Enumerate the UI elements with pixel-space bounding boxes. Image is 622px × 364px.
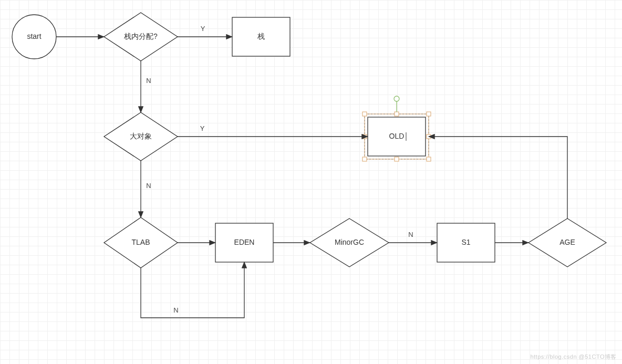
node-eden-label: EDEN [234,238,255,246]
node-age[interactable]: AGE [528,219,606,267]
svg-rect-7 [362,112,367,116]
node-start-label: start [27,32,41,40]
svg-point-16 [394,96,399,101]
svg-rect-9 [362,157,367,161]
svg-rect-10 [427,157,431,161]
node-start[interactable]: start [12,15,56,59]
node-s1-label: S1 [461,238,470,246]
node-stack-alloc[interactable]: 栈内分配? [104,13,178,61]
node-minor-gc-label: MinorGC [335,238,364,246]
edge-tlab-n-label: N [173,306,178,314]
edge-tlab-n[interactable] [141,262,244,318]
node-stack-alloc-label: 栈内分配? [123,32,158,40]
node-eden[interactable]: EDEN [215,223,273,262]
node-stack-label: 栈 [257,32,265,40]
svg-rect-11 [395,112,399,116]
edge-stackalloc-y-label: Y [201,25,205,33]
node-old[interactable]: OLD [362,96,431,161]
node-s1[interactable]: S1 [437,223,495,262]
edge-bigobj-n-label: N [146,182,151,190]
node-tlab[interactable]: TLAB [104,217,178,268]
flowchart-canvas[interactable]: start 栈内分配? 栈 大对象 OLD [0,0,622,364]
node-old-label: OLD [389,132,405,140]
node-big-obj-label: 大对象 [130,132,152,140]
node-big-obj[interactable]: 大对象 [104,112,178,161]
edge-stackalloc-n-label: N [146,77,151,85]
edge-bigobj-y-label: Y [200,124,205,132]
edge-age-to-old[interactable] [429,137,567,219]
node-tlab-label: TLAB [131,238,150,246]
svg-rect-12 [395,157,399,161]
edge-minorgc-n-label: N [408,231,413,238]
watermark: https://blog.csdn @51CTO博客 [530,353,617,361]
node-minor-gc[interactable]: MinorGC [310,219,389,267]
svg-rect-8 [427,112,431,116]
node-age-label: AGE [559,238,575,246]
node-stack[interactable]: 栈 [232,17,290,56]
